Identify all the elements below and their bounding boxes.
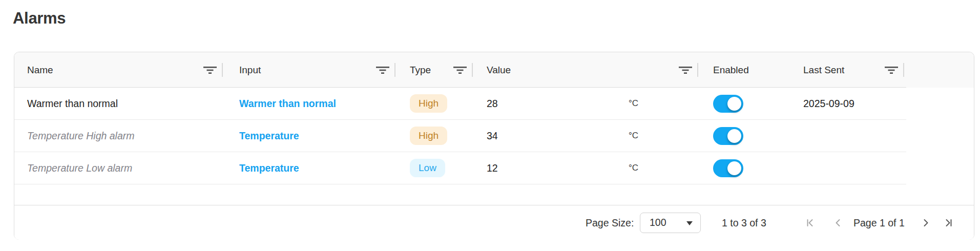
filter-icon[interactable] [376,66,389,75]
input-link[interactable]: Temperature [239,130,299,142]
enabled-toggle[interactable] [713,95,743,113]
filter-icon[interactable] [885,66,898,75]
toggle-knob [727,161,741,175]
column-header-input[interactable]: Input [223,52,395,88]
alarm-enabled-cell [698,120,790,152]
type-badge: Low [410,159,445,178]
alarm-unit: °C [629,163,638,173]
alarm-name: Temperature High alarm [27,130,135,142]
table-row: Warmer than normal Warmer than normal Hi… [14,88,906,120]
filter-icon[interactable] [679,66,692,75]
table-footer: Page Size: 100 1 to 3 of 3 Page 1 of 1 [14,205,974,240]
type-badge: High [410,127,447,145]
alarm-enabled-cell [698,88,790,119]
alarm-type-cell: High [395,120,473,152]
alarm-value-cell: 34 °C [473,120,698,152]
column-label-type: Type [410,65,431,76]
column-header-enabled[interactable]: Enabled [698,52,790,88]
column-header-last-sent[interactable]: Last Sent [790,52,904,88]
table-row: Temperature High alarm Temperature High … [14,120,906,152]
page-size-value: 100 [650,217,666,228]
input-link[interactable]: Temperature [239,162,299,174]
chevron-down-icon [686,221,693,225]
enabled-toggle[interactable] [713,127,743,145]
alarm-last-sent-cell [790,152,904,184]
column-header-type[interactable]: Type [395,52,473,88]
filter-icon[interactable] [203,66,217,75]
alarms-table-panel: Name Input Type Value Enabled [14,52,974,240]
row-range-text: 1 to 3 of 3 [722,217,766,228]
alarm-unit: °C [629,98,638,109]
last-page-button[interactable] [943,217,954,228]
alarm-value: 12 [487,162,498,174]
previous-page-button[interactable] [832,217,844,228]
table-header-row: Name Input Type Value Enabled [14,52,974,88]
alarm-name-cell: Temperature Low alarm [14,152,223,184]
alarm-last-sent-cell [790,120,904,152]
alarm-type-cell: Low [395,152,473,184]
alarm-value-cell: 12 °C [473,152,698,184]
type-badge: High [410,94,447,113]
column-label-name: Name [27,65,53,76]
alarm-enabled-cell [698,152,790,184]
alarm-value: 34 [487,130,498,142]
alarm-value: 28 [487,98,498,110]
empty-rows-area [14,184,906,205]
alarm-input-cell: Temperature [223,152,395,184]
column-label-value: Value [487,65,511,76]
column-header-value[interactable]: Value [473,52,698,88]
alarm-name-cell: Temperature High alarm [14,120,223,152]
alarm-input-cell: Temperature [223,120,395,152]
alarm-input-cell: Warmer than normal [223,88,395,119]
toggle-knob [727,129,741,143]
page-size-select[interactable]: 100 [640,213,701,233]
page-size-label: Page Size: [586,217,634,228]
alarm-unit: °C [629,131,638,141]
alarm-name: Warmer than normal [27,98,118,110]
page-title: Alarms [13,9,66,28]
alarm-value-cell: 28 °C [473,88,698,119]
alarm-last-sent-cell: 2025-09-09 [790,88,904,119]
table-row: Temperature Low alarm Temperature Low 12… [14,152,906,184]
alarm-name-cell: Warmer than normal [14,88,223,119]
page-indicator-text: Page 1 of 1 [853,217,905,228]
enabled-toggle[interactable] [713,159,743,177]
alarm-name: Temperature Low alarm [27,162,132,174]
input-link[interactable]: Warmer than normal [239,98,336,110]
filter-icon[interactable] [453,66,467,75]
alarm-type-cell: High [395,88,473,119]
column-label-last-sent: Last Sent [803,65,844,76]
column-label-enabled: Enabled [713,65,749,76]
toggle-knob [727,97,741,111]
column-header-name[interactable]: Name [14,52,223,88]
next-page-button[interactable] [920,217,931,228]
column-label-input: Input [239,65,261,76]
last-sent-date: 2025-09-09 [803,98,854,110]
first-page-button[interactable] [805,217,816,228]
